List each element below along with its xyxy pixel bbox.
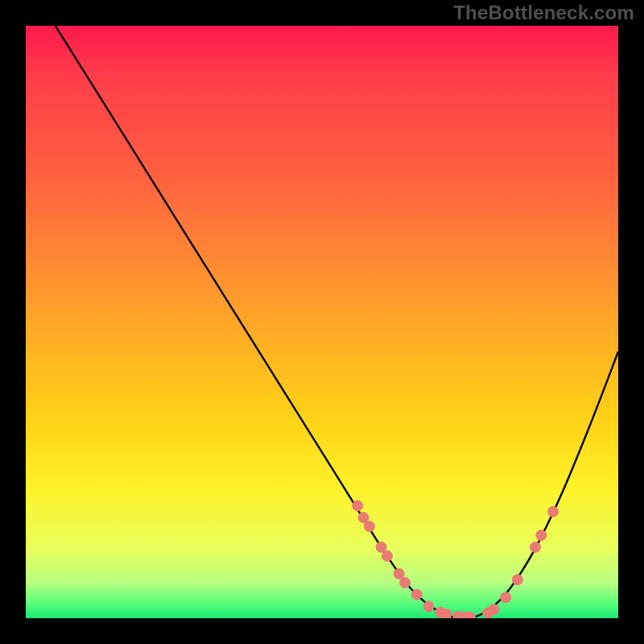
curve-marker xyxy=(548,506,559,517)
curve-marker xyxy=(489,604,499,614)
curve-marker xyxy=(400,577,411,588)
curve-marker xyxy=(465,612,476,618)
curve-marker xyxy=(382,551,392,561)
curve-marker xyxy=(353,501,363,511)
curve-marker xyxy=(441,609,452,618)
curve-marker xyxy=(358,512,369,522)
curve-marker xyxy=(411,589,422,600)
curve-group xyxy=(56,26,618,618)
bottleneck-curve xyxy=(56,26,618,618)
curve-marker xyxy=(376,542,386,552)
curve-marker xyxy=(364,521,374,531)
plot-area xyxy=(26,26,618,618)
curve-markers xyxy=(353,501,559,618)
chart-frame: TheBottleneck.com xyxy=(0,0,644,644)
watermark-text: TheBottleneck.com xyxy=(453,2,634,24)
curve-marker xyxy=(536,530,547,540)
curve-marker xyxy=(394,568,404,579)
curve-marker xyxy=(512,575,522,585)
curve-marker xyxy=(423,601,434,612)
curve-marker xyxy=(530,542,540,552)
curve-marker xyxy=(501,592,511,603)
chart-svg xyxy=(26,26,618,618)
